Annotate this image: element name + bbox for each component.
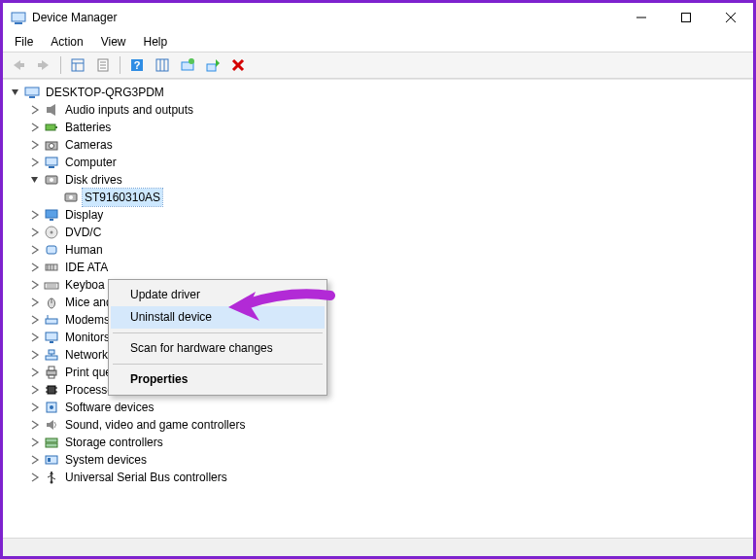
svg-rect-55	[50, 341, 53, 343]
chevron-right-icon[interactable]	[28, 383, 42, 397]
chevron-right-icon[interactable]	[28, 331, 42, 344]
svg-rect-57	[49, 350, 54, 354]
tree-category[interactable]: Computer	[7, 154, 753, 171]
columns-button[interactable]	[151, 54, 174, 76]
svg-point-41	[51, 231, 53, 234]
chevron-right-icon[interactable]	[28, 453, 42, 467]
print-icon	[44, 365, 59, 380]
tree-category-label: Modems	[63, 311, 112, 329]
menu-view[interactable]: View	[93, 34, 134, 50]
svg-rect-38	[46, 210, 57, 218]
disk-icon	[44, 172, 59, 188]
disk-icon	[63, 190, 79, 205]
show-hidden-button[interactable]	[66, 54, 89, 76]
svg-rect-1	[15, 22, 22, 24]
context-menu-item[interactable]: Uninstall device	[111, 306, 325, 329]
chevron-right-icon[interactable]	[28, 208, 42, 222]
tree-category-label: Universal Serial Bus controllers	[63, 469, 229, 486]
tree-category[interactable]: Audio inputs and outputs	[7, 101, 753, 119]
svg-rect-42	[47, 246, 56, 254]
chevron-right-icon[interactable]	[28, 121, 42, 134]
svg-rect-0	[12, 13, 25, 21]
svg-point-21	[189, 58, 194, 64]
chevron-right-icon[interactable]	[28, 436, 42, 449]
menubar: File Action View Help	[3, 32, 753, 52]
tree-category[interactable]: Software devices	[7, 399, 753, 416]
chevron-right-icon[interactable]	[28, 103, 42, 117]
properties-sheet-button[interactable]	[91, 54, 115, 76]
scan-hardware-button[interactable]	[176, 54, 199, 76]
tree-category[interactable]: Storage controllers	[7, 434, 753, 451]
forward-button[interactable]	[32, 54, 55, 76]
chevron-down-icon[interactable]	[28, 173, 42, 187]
tree-category[interactable]: Human	[7, 241, 753, 259]
back-button[interactable]	[7, 54, 30, 76]
menu-action[interactable]: Action	[43, 34, 90, 50]
ide-icon	[44, 260, 59, 275]
modem-icon	[44, 312, 59, 328]
context-menu-item[interactable]: Properties	[111, 368, 325, 391]
svg-point-31	[50, 144, 54, 149]
help-button[interactable]: ?	[125, 54, 149, 76]
menu-file[interactable]: File	[7, 34, 41, 50]
chevron-right-icon[interactable]	[28, 366, 42, 379]
minimize-button[interactable]	[619, 3, 664, 32]
context-menu-item[interactable]: Scan for hardware changes	[111, 337, 325, 360]
chevron-right-icon[interactable]	[28, 348, 42, 362]
chevron-right-icon[interactable]	[28, 418, 42, 432]
chevron-right-icon[interactable]	[28, 471, 42, 484]
svg-point-68	[50, 405, 53, 409]
tree-category[interactable]: DVD/C	[7, 224, 753, 241]
tree-category[interactable]: Sound, video and game controllers	[7, 416, 753, 434]
context-menu-item[interactable]: Update driver	[111, 284, 325, 306]
close-button[interactable]	[708, 3, 753, 32]
chevron-right-icon[interactable]	[28, 313, 42, 327]
tree-category[interactable]: Disk drives	[7, 171, 753, 189]
tree-category-label: Computer	[63, 154, 119, 171]
dvd-icon	[44, 225, 59, 240]
svg-rect-6	[19, 63, 24, 67]
tree-category-label: Display	[63, 206, 105, 224]
chevron-right-icon[interactable]	[28, 226, 42, 239]
svg-rect-54	[46, 332, 57, 340]
chevron-right-icon[interactable]	[28, 401, 42, 414]
maximize-button[interactable]	[664, 3, 708, 32]
chevron-right-icon[interactable]	[28, 156, 42, 169]
svg-rect-61	[49, 375, 54, 378]
tree-category[interactable]: Cameras	[7, 136, 753, 154]
svg-rect-28	[46, 124, 55, 130]
chevron-down-icon[interactable]	[9, 86, 22, 99]
context-menu: Update driverUninstall deviceScan for ha…	[108, 279, 327, 396]
update-driver-button[interactable]	[201, 54, 224, 76]
tree-category[interactable]: System devices	[7, 451, 753, 469]
tree-category-label: DVD/C	[63, 224, 103, 241]
tree-root[interactable]: DESKTOP-QRG3PDM	[7, 84, 753, 101]
svg-point-74	[51, 481, 53, 484]
svg-rect-71	[46, 443, 57, 447]
chevron-right-icon[interactable]	[28, 138, 42, 152]
chevron-right-icon[interactable]	[28, 261, 42, 274]
svg-rect-17	[156, 59, 168, 71]
svg-rect-25	[25, 87, 39, 95]
chevron-right-icon[interactable]	[28, 296, 42, 309]
menu-help[interactable]: Help	[136, 34, 176, 50]
uninstall-button[interactable]	[226, 54, 250, 76]
chevron-right-icon[interactable]	[28, 278, 42, 292]
chevron-right-icon[interactable]	[28, 243, 42, 257]
software-icon	[44, 400, 59, 415]
status-bar	[3, 538, 753, 556]
mouse-icon	[44, 295, 59, 310]
svg-rect-3	[682, 14, 691, 22]
tree-category[interactable]: Universal Serial Bus controllers	[7, 469, 753, 486]
svg-rect-70	[46, 438, 57, 442]
device-tree[interactable]: DESKTOP-QRG3PDM Audio inputs and outputs…	[3, 80, 753, 538]
svg-rect-72	[46, 456, 57, 464]
tree-device[interactable]: ST9160310AS	[7, 189, 753, 206]
tree-category-label: Cameras	[63, 136, 115, 154]
tree-category[interactable]: IDE ATA	[7, 259, 753, 276]
tree-category-label: Keyboa	[63, 276, 107, 294]
hid-icon	[44, 242, 59, 258]
tree-category[interactable]: Display	[7, 206, 753, 224]
svg-rect-22	[207, 64, 216, 71]
tree-category[interactable]: Batteries	[7, 119, 753, 136]
